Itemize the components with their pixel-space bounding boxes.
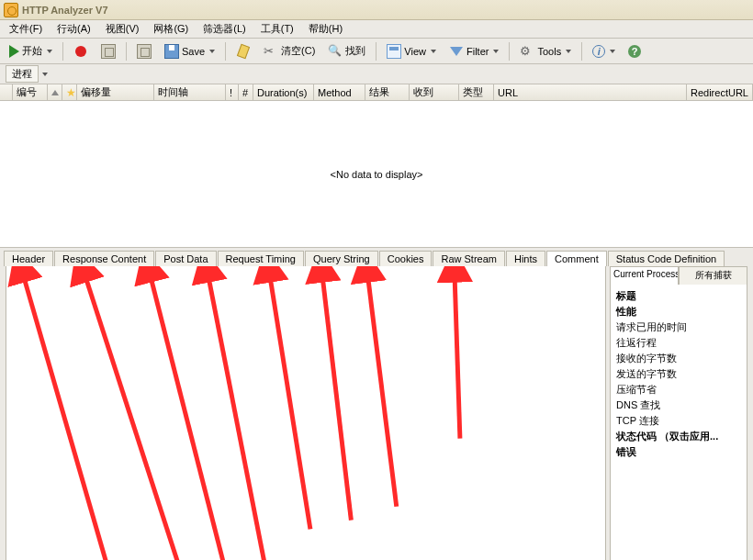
col-star[interactable]: ★ [62, 84, 77, 100]
menu-help[interactable]: 帮助(H) [301, 20, 350, 38]
svg-line-0 [23, 274, 107, 560]
menu-filter[interactable]: 筛选器(L) [196, 20, 253, 38]
menu-bar: 文件(F) 行动(A) 视图(V) 网格(G) 筛选器(L) 工具(T) 帮助(… [0, 20, 753, 39]
tab-header[interactable]: Header [4, 251, 53, 266]
start-button[interactable]: 开始 [4, 41, 58, 61]
tab-raw-stream[interactable]: Raw Stream [433, 251, 505, 266]
col-received[interactable]: 收到 [410, 84, 459, 100]
save-label: Save [182, 46, 205, 57]
view-button[interactable]: View [381, 41, 442, 62]
highlight-icon [237, 43, 250, 59]
filter-label: Filter [466, 46, 489, 57]
dropdown-icon [493, 50, 499, 53]
dropdown-icon [610, 50, 615, 53]
help-button[interactable]: ? [623, 42, 646, 61]
dropdown-icon [566, 50, 571, 53]
clear-button[interactable]: 清空(C) [258, 41, 320, 62]
annotation-arrows [6, 266, 605, 560]
lower-panes: Current Process 所有捕获 标题 性能 请求已用的时间 往返行程 … [0, 266, 753, 560]
summary-roundtrip: 往返行程 [616, 335, 741, 351]
menu-tools[interactable]: 工具(T) [253, 20, 301, 38]
toolbar: 开始 Save 清空(C) 找到 View Filter Tools i [0, 39, 753, 64]
tab-status-code[interactable]: Status Code Definition [608, 251, 725, 266]
col-sort[interactable] [48, 84, 62, 100]
detail-pane[interactable] [6, 266, 606, 560]
tab-hints[interactable]: Hints [506, 251, 545, 266]
search-icon [328, 44, 343, 59]
info-icon: i [592, 45, 605, 58]
scissor-icon [264, 44, 278, 59]
record-button[interactable] [68, 41, 94, 62]
col-type[interactable]: 类型 [459, 84, 494, 100]
col-timeline[interactable]: 时间轴 [154, 84, 226, 100]
summary-tcp: TCP 连接 [616, 413, 741, 429]
summary-compress: 压缩节省 [616, 382, 741, 398]
text-cursor [14, 270, 15, 282]
open-button[interactable] [131, 41, 157, 62]
find-button[interactable]: 找到 [322, 41, 371, 62]
menu-action[interactable]: 行动(A) [50, 20, 98, 38]
svg-line-6 [367, 274, 397, 507]
col-offset[interactable]: 偏移量 [77, 84, 154, 100]
col-url[interactable]: URL [494, 84, 687, 100]
view-label: View [404, 46, 426, 57]
summary-dns: DNS 查找 [616, 398, 741, 413]
tab-request-timing[interactable]: Request Timing [218, 251, 304, 266]
separator [376, 42, 376, 61]
svg-line-5 [322, 274, 352, 521]
col-number[interactable]: 编号 [13, 84, 48, 100]
summary-req-time: 请求已用的时间 [616, 319, 741, 335]
sort-asc-icon [51, 90, 59, 95]
col-result[interactable]: 结果 [365, 84, 410, 100]
separator [62, 42, 63, 61]
separator [126, 42, 127, 61]
dropdown-icon[interactable] [42, 73, 48, 76]
disk-icon [164, 44, 179, 59]
star-icon: ★ [66, 86, 76, 99]
col-hash[interactable]: # [239, 84, 253, 100]
col-duration[interactable]: Duration(s) [253, 84, 314, 100]
folder-icon [137, 44, 152, 59]
tab-comment[interactable]: Comment [546, 251, 607, 266]
view-icon [387, 44, 401, 59]
highlight-button[interactable] [230, 41, 256, 62]
tools-button[interactable]: Tools [514, 41, 577, 62]
tab-post-data[interactable]: Post Data [155, 251, 216, 266]
tab-cookies[interactable]: Cookies [379, 251, 433, 266]
step-button[interactable] [96, 41, 121, 62]
clear-label: 清空(C) [281, 44, 315, 58]
gear-icon [520, 44, 534, 59]
svg-line-1 [84, 274, 179, 560]
menu-grid[interactable]: 网格(G) [146, 20, 196, 38]
tab-query-string[interactable]: Query String [305, 251, 378, 266]
detail-tabs: Header Response Content Post Data Reques… [0, 248, 753, 266]
col-warn[interactable]: ! [226, 84, 239, 100]
summary-status: 状态代码 （双击应用... [616, 429, 741, 444]
dropdown-icon [209, 50, 215, 53]
summary-errors: 错误 [616, 444, 741, 460]
save-button[interactable]: Save [159, 41, 220, 62]
info-button[interactable]: i [587, 42, 621, 61]
find-label: 找到 [345, 44, 365, 58]
dropdown-icon [47, 50, 52, 53]
svg-line-7 [455, 274, 460, 439]
process-filter-row: 进程 [0, 64, 753, 84]
app-icon [4, 3, 18, 17]
menu-view[interactable]: 视图(V) [98, 20, 147, 38]
tab-response-content[interactable]: Response Content [54, 251, 154, 266]
process-label[interactable]: 进程 [6, 65, 39, 83]
step-icon [101, 44, 116, 59]
grid-header: 编号 ★ 偏移量 时间轴 ! # Duration(s) Method 结果 收… [0, 84, 753, 101]
menu-file[interactable]: 文件(F) [2, 20, 50, 38]
filter-button[interactable]: Filter [444, 43, 504, 60]
summary-bytes-sent: 发送的字节数 [616, 366, 741, 382]
col-redirect[interactable]: RedirectURL [687, 84, 753, 100]
start-label: 开始 [22, 44, 42, 58]
separator [581, 42, 582, 61]
col-handle[interactable] [0, 84, 13, 100]
tab-current-process[interactable]: Current Process [610, 266, 679, 285]
col-method[interactable]: Method [314, 84, 365, 100]
tab-all-captures[interactable]: 所有捕获 [679, 266, 747, 285]
no-data-text: <No data to display> [331, 169, 423, 180]
tools-label: Tools [537, 46, 561, 57]
